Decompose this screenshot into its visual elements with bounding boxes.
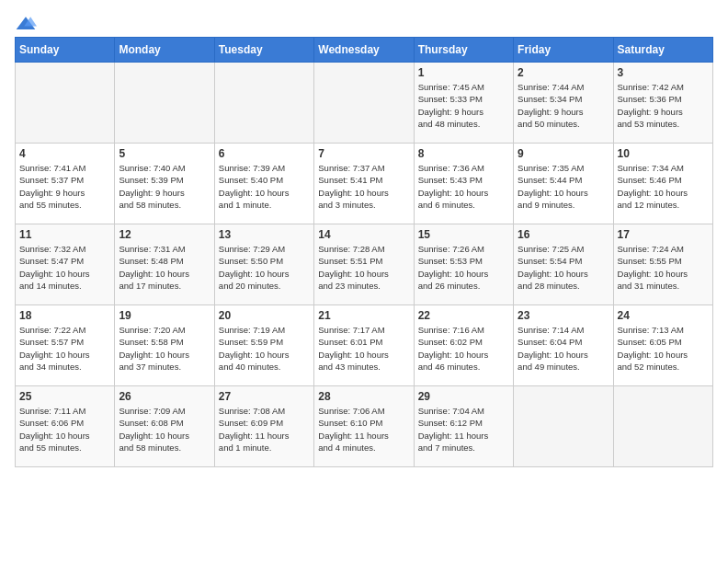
day-info: Sunrise: 7:29 AM Sunset: 5:50 PM Dayligh… xyxy=(219,243,310,292)
day-info: Sunrise: 7:09 AM Sunset: 6:08 PM Dayligh… xyxy=(119,405,210,454)
calendar-cell: 16Sunrise: 7:25 AM Sunset: 5:54 PM Dayli… xyxy=(514,224,613,305)
calendar-cell: 17Sunrise: 7:24 AM Sunset: 5:55 PM Dayli… xyxy=(613,224,712,305)
day-number: 27 xyxy=(219,390,310,403)
calendar-cell: 6Sunrise: 7:39 AM Sunset: 5:40 PM Daylig… xyxy=(214,144,313,224)
calendar-cell: 10Sunrise: 7:34 AM Sunset: 5:46 PM Dayli… xyxy=(613,144,712,224)
day-number: 29 xyxy=(418,390,509,403)
day-info: Sunrise: 7:20 AM Sunset: 5:58 PM Dayligh… xyxy=(119,324,210,373)
day-number: 5 xyxy=(119,147,210,160)
header-tuesday: Tuesday xyxy=(214,38,313,63)
day-info: Sunrise: 7:35 AM Sunset: 5:44 PM Dayligh… xyxy=(518,162,609,211)
calendar-cell: 29Sunrise: 7:04 AM Sunset: 6:12 PM Dayli… xyxy=(414,386,513,467)
calendar-cell: 25Sunrise: 7:11 AM Sunset: 6:06 PM Dayli… xyxy=(16,386,115,467)
day-number: 13 xyxy=(219,228,310,241)
header-sunday: Sunday xyxy=(16,38,115,63)
day-number: 22 xyxy=(418,309,509,322)
day-number: 25 xyxy=(19,390,110,403)
calendar-cell: 9Sunrise: 7:35 AM Sunset: 5:44 PM Daylig… xyxy=(514,144,613,224)
day-info: Sunrise: 7:13 AM Sunset: 6:05 PM Dayligh… xyxy=(618,324,709,373)
day-info: Sunrise: 7:26 AM Sunset: 5:53 PM Dayligh… xyxy=(418,243,509,292)
calendar-cell: 3Sunrise: 7:42 AM Sunset: 5:36 PM Daylig… xyxy=(613,63,712,144)
calendar-cell: 21Sunrise: 7:17 AM Sunset: 6:01 PM Dayli… xyxy=(314,305,414,386)
calendar-cell: 13Sunrise: 7:29 AM Sunset: 5:50 PM Dayli… xyxy=(214,224,313,305)
day-number: 23 xyxy=(518,309,609,322)
day-number: 7 xyxy=(318,147,409,160)
day-info: Sunrise: 7:11 AM Sunset: 6:06 PM Dayligh… xyxy=(19,405,110,454)
header-friday: Friday xyxy=(514,38,613,63)
header-thursday: Thursday xyxy=(414,38,513,63)
day-info: Sunrise: 7:08 AM Sunset: 6:09 PM Dayligh… xyxy=(219,405,310,454)
calendar-cell xyxy=(115,63,214,144)
day-number: 21 xyxy=(318,309,409,322)
day-info: Sunrise: 7:16 AM Sunset: 6:02 PM Dayligh… xyxy=(418,324,509,373)
day-number: 10 xyxy=(618,147,709,160)
day-number: 26 xyxy=(119,390,210,403)
day-info: Sunrise: 7:28 AM Sunset: 5:51 PM Dayligh… xyxy=(318,243,409,292)
calendar-week-0: 1Sunrise: 7:45 AM Sunset: 5:33 PM Daylig… xyxy=(16,63,713,144)
day-number: 2 xyxy=(518,66,609,79)
calendar-cell: 27Sunrise: 7:08 AM Sunset: 6:09 PM Dayli… xyxy=(214,386,313,467)
day-info: Sunrise: 7:14 AM Sunset: 6:04 PM Dayligh… xyxy=(518,324,609,373)
calendar-cell: 18Sunrise: 7:22 AM Sunset: 5:57 PM Dayli… xyxy=(16,305,115,386)
day-info: Sunrise: 7:25 AM Sunset: 5:54 PM Dayligh… xyxy=(518,243,609,292)
calendar-cell xyxy=(314,63,414,144)
day-info: Sunrise: 7:17 AM Sunset: 6:01 PM Dayligh… xyxy=(318,324,409,373)
calendar-header-row: SundayMondayTuesdayWednesdayThursdayFrid… xyxy=(16,38,713,63)
day-info: Sunrise: 7:39 AM Sunset: 5:40 PM Dayligh… xyxy=(219,162,310,211)
day-info: Sunrise: 7:31 AM Sunset: 5:48 PM Dayligh… xyxy=(119,243,210,292)
calendar-cell: 14Sunrise: 7:28 AM Sunset: 5:51 PM Dayli… xyxy=(314,224,414,305)
calendar-cell: 1Sunrise: 7:45 AM Sunset: 5:33 PM Daylig… xyxy=(414,63,513,144)
day-info: Sunrise: 7:19 AM Sunset: 5:59 PM Dayligh… xyxy=(219,324,310,373)
day-number: 6 xyxy=(219,147,310,160)
calendar-cell xyxy=(613,386,712,467)
day-number: 3 xyxy=(618,66,709,79)
calendar-cell: 15Sunrise: 7:26 AM Sunset: 5:53 PM Dayli… xyxy=(414,224,513,305)
day-info: Sunrise: 7:37 AM Sunset: 5:41 PM Dayligh… xyxy=(318,162,409,211)
day-number: 19 xyxy=(119,309,210,322)
day-number: 17 xyxy=(618,228,709,241)
calendar-cell: 5Sunrise: 7:40 AM Sunset: 5:39 PM Daylig… xyxy=(115,144,214,224)
calendar-cell xyxy=(214,63,313,144)
day-info: Sunrise: 7:32 AM Sunset: 5:47 PM Dayligh… xyxy=(19,243,110,292)
day-number: 8 xyxy=(418,147,509,160)
day-info: Sunrise: 7:40 AM Sunset: 5:39 PM Dayligh… xyxy=(119,162,210,211)
day-number: 16 xyxy=(518,228,609,241)
day-info: Sunrise: 7:06 AM Sunset: 6:10 PM Dayligh… xyxy=(318,405,409,454)
day-info: Sunrise: 7:41 AM Sunset: 5:37 PM Dayligh… xyxy=(19,162,110,211)
day-info: Sunrise: 7:22 AM Sunset: 5:57 PM Dayligh… xyxy=(19,324,110,373)
day-number: 4 xyxy=(19,147,110,160)
calendar-cell: 28Sunrise: 7:06 AM Sunset: 6:10 PM Dayli… xyxy=(314,386,414,467)
header-wednesday: Wednesday xyxy=(314,38,414,63)
calendar-week-1: 4Sunrise: 7:41 AM Sunset: 5:37 PM Daylig… xyxy=(16,144,713,224)
logo xyxy=(15,15,40,33)
day-info: Sunrise: 7:24 AM Sunset: 5:55 PM Dayligh… xyxy=(618,243,709,292)
day-info: Sunrise: 7:04 AM Sunset: 6:12 PM Dayligh… xyxy=(418,405,509,454)
calendar-cell xyxy=(514,386,613,467)
day-number: 20 xyxy=(219,309,310,322)
day-number: 11 xyxy=(19,228,110,241)
calendar-cell: 2Sunrise: 7:44 AM Sunset: 5:34 PM Daylig… xyxy=(514,63,613,144)
logo-icon xyxy=(15,15,37,33)
day-info: Sunrise: 7:36 AM Sunset: 5:43 PM Dayligh… xyxy=(418,162,509,211)
calendar-table: SundayMondayTuesdayWednesdayThursdayFrid… xyxy=(15,37,713,467)
day-number: 24 xyxy=(618,309,709,322)
calendar-cell: 19Sunrise: 7:20 AM Sunset: 5:58 PM Dayli… xyxy=(115,305,214,386)
calendar-cell: 20Sunrise: 7:19 AM Sunset: 5:59 PM Dayli… xyxy=(214,305,313,386)
calendar-cell: 7Sunrise: 7:37 AM Sunset: 5:41 PM Daylig… xyxy=(314,144,414,224)
calendar-cell: 23Sunrise: 7:14 AM Sunset: 6:04 PM Dayli… xyxy=(514,305,613,386)
day-number: 15 xyxy=(418,228,509,241)
page-header xyxy=(15,15,713,33)
day-number: 18 xyxy=(19,309,110,322)
day-info: Sunrise: 7:42 AM Sunset: 5:36 PM Dayligh… xyxy=(618,81,709,130)
day-number: 1 xyxy=(418,66,509,79)
calendar-cell: 12Sunrise: 7:31 AM Sunset: 5:48 PM Dayli… xyxy=(115,224,214,305)
day-number: 14 xyxy=(318,228,409,241)
calendar-week-3: 18Sunrise: 7:22 AM Sunset: 5:57 PM Dayli… xyxy=(16,305,713,386)
calendar-cell: 22Sunrise: 7:16 AM Sunset: 6:02 PM Dayli… xyxy=(414,305,513,386)
calendar-week-4: 25Sunrise: 7:11 AM Sunset: 6:06 PM Dayli… xyxy=(16,386,713,467)
calendar-cell: 11Sunrise: 7:32 AM Sunset: 5:47 PM Dayli… xyxy=(16,224,115,305)
calendar-week-2: 11Sunrise: 7:32 AM Sunset: 5:47 PM Dayli… xyxy=(16,224,713,305)
day-info: Sunrise: 7:45 AM Sunset: 5:33 PM Dayligh… xyxy=(418,81,509,130)
day-number: 28 xyxy=(318,390,409,403)
day-number: 12 xyxy=(119,228,210,241)
